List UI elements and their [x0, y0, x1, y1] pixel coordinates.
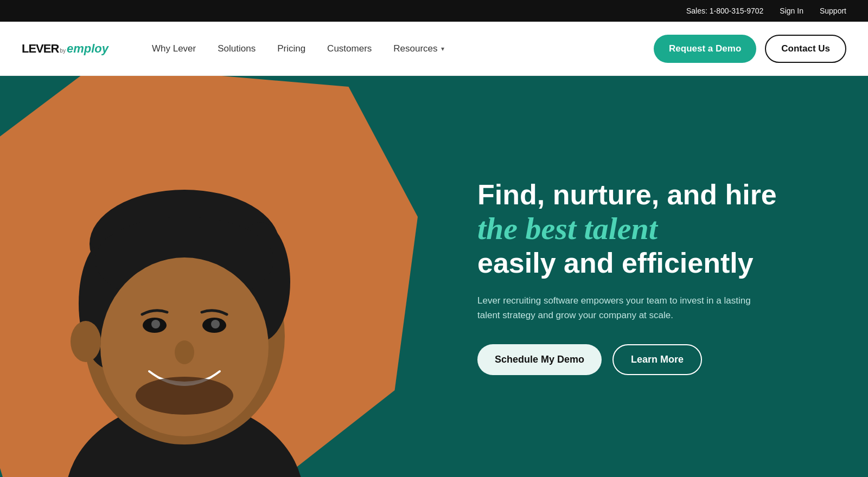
- learn-more-button[interactable]: Learn More: [612, 344, 702, 375]
- request-demo-button[interactable]: Request a Demo: [654, 35, 756, 63]
- schedule-demo-button[interactable]: Schedule My Demo: [477, 344, 602, 375]
- phone-number: Sales: 1-800-315-9702: [686, 7, 763, 15]
- nav-resources[interactable]: Resources ▾: [393, 43, 444, 54]
- nav-links: Why Lever Solutions Pricing Customers Re…: [152, 43, 654, 54]
- hero-person-image: [0, 76, 445, 477]
- logo[interactable]: LEVER by employ: [22, 42, 108, 56]
- headline-italic: the best talent: [477, 211, 825, 246]
- hero-section: Find, nurture, and hire the best talent …: [0, 76, 868, 477]
- hero-image-area: [0, 76, 445, 477]
- top-bar: Sales: 1-800-315-9702 Sign In Support: [0, 0, 868, 22]
- logo-by: by: [60, 48, 66, 54]
- svg-point-11: [211, 320, 220, 328]
- support-link[interactable]: Support: [820, 7, 846, 15]
- svg-point-13: [136, 377, 233, 415]
- nav-solutions[interactable]: Solutions: [218, 43, 256, 54]
- main-nav: LEVER by employ Why Lever Solutions Pric…: [0, 22, 868, 76]
- nav-pricing[interactable]: Pricing: [277, 43, 305, 54]
- chevron-down-icon: ▾: [441, 45, 444, 53]
- svg-point-12: [175, 340, 194, 364]
- nav-customers[interactable]: Customers: [327, 43, 372, 54]
- hero-content: Find, nurture, and hire the best talent …: [445, 76, 868, 477]
- headline-line1: Find, nurture, and hire: [477, 179, 777, 210]
- hero-buttons: Schedule My Demo Learn More: [477, 344, 825, 375]
- nav-why-lever[interactable]: Why Lever: [152, 43, 196, 54]
- logo-employ: employ: [67, 42, 108, 56]
- svg-point-14: [71, 321, 101, 362]
- hero-subtext: Lever recruiting software empowers your …: [477, 293, 770, 323]
- logo-lever: LEVER: [22, 42, 59, 56]
- headline-line2: easily and efficiently: [477, 247, 754, 279]
- hero-headline: Find, nurture, and hire the best talent …: [477, 178, 825, 280]
- contact-us-button[interactable]: Contact Us: [765, 35, 846, 63]
- svg-point-10: [151, 320, 160, 328]
- nav-buttons: Request a Demo Contact Us: [654, 35, 846, 63]
- signin-link[interactable]: Sign In: [780, 7, 803, 15]
